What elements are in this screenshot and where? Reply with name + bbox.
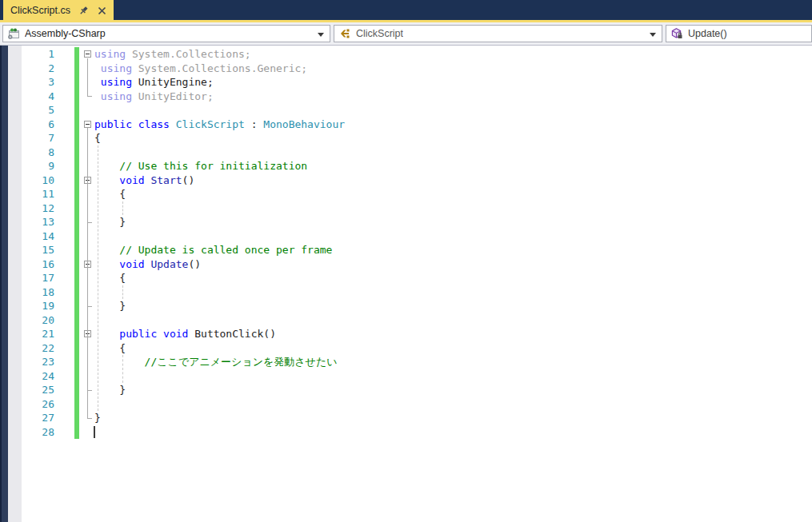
line-number: 5 <box>22 103 54 118</box>
line-number: 23 <box>22 355 54 369</box>
vs-editor-window: ClickScript.cs <box>0 0 812 522</box>
code-line[interactable]: } <box>94 411 812 425</box>
code-line[interactable]: } <box>94 215 812 229</box>
line-number: 15 <box>22 243 54 257</box>
line-number: 19 <box>22 299 54 313</box>
line-number: 17 <box>22 271 54 285</box>
line-number: 28 <box>22 425 54 440</box>
type-dropdown[interactable]: ClickScript <box>334 25 662 42</box>
code-line[interactable]: void Update() <box>94 257 812 272</box>
tab-strip: ClickScript.cs <box>0 0 812 20</box>
line-number: 7 <box>22 131 54 145</box>
code-line[interactable]: public class ClickScript : MonoBehaviour <box>94 118 812 132</box>
code-line[interactable]: } <box>94 299 812 313</box>
class-icon <box>338 27 351 40</box>
line-number: 13 <box>22 215 54 229</box>
line-number: 11 <box>22 187 54 201</box>
code-editor[interactable]: 1234567891011121314151617181920212223242… <box>0 46 812 522</box>
code-line[interactable] <box>94 229 812 244</box>
code-line[interactable] <box>94 285 812 300</box>
outline-end-bend <box>87 96 92 97</box>
fold-toggle-icon[interactable] <box>84 50 91 58</box>
line-number: 16 <box>22 257 54 272</box>
line-number: 18 <box>22 285 54 300</box>
method-private-icon <box>670 27 683 40</box>
code-line[interactable]: public void ButtonClick() <box>94 327 812 341</box>
code-line[interactable] <box>94 201 812 216</box>
member-dropdown-label: Update() <box>688 28 727 39</box>
outline-line <box>87 128 88 418</box>
code-line[interactable]: //ここでアニメーションを発動させたい <box>94 355 812 369</box>
line-number: 21 <box>22 327 54 341</box>
fold-toggle-icon[interactable] <box>84 121 91 128</box>
code-line[interactable]: // Update is called once per frame <box>94 243 812 257</box>
code-line[interactable]: using System.Collections; <box>94 47 812 62</box>
member-dropdown[interactable]: Update() <box>666 25 812 42</box>
line-number: 6 <box>22 118 54 132</box>
code-line[interactable] <box>94 397 812 412</box>
line-number: 27 <box>22 411 54 425</box>
code-line[interactable] <box>94 425 812 440</box>
code-line[interactable]: { <box>94 131 812 145</box>
pin-icon[interactable] <box>78 5 89 15</box>
code-line[interactable]: using System.Collections.Generic; <box>94 62 812 76</box>
outline-line <box>87 58 88 97</box>
code-line[interactable]: void Start() <box>94 173 812 188</box>
chevron-down-icon[interactable] <box>318 33 324 37</box>
line-number: 25 <box>22 383 54 397</box>
outline-fold-end-tick <box>87 222 92 223</box>
line-number: 10 <box>22 173 54 188</box>
project-dropdown-label: Assembly-CSharp <box>25 28 106 39</box>
code-line[interactable] <box>94 145 812 160</box>
code-line[interactable]: // Use this for initialization <box>94 159 812 173</box>
line-number: 14 <box>22 229 54 244</box>
code-line[interactable]: } <box>94 383 812 397</box>
code-line[interactable]: using UnityEngine; <box>94 75 812 90</box>
code-line[interactable] <box>94 313 812 328</box>
glyph-margin <box>8 46 22 522</box>
code-line[interactable]: { <box>94 187 812 201</box>
csharp-project-icon <box>7 27 20 40</box>
outline-fold-end-tick <box>87 390 92 391</box>
code-line[interactable]: { <box>94 341 812 356</box>
line-number: 3 <box>22 75 54 90</box>
code-line[interactable]: { <box>94 271 812 285</box>
close-icon[interactable] <box>97 5 107 15</box>
line-number: 22 <box>22 341 54 356</box>
type-dropdown-label: ClickScript <box>356 28 403 39</box>
tab-clickscript[interactable]: ClickScript.cs <box>3 0 114 20</box>
change-tracking-bar <box>74 47 79 439</box>
outline-end-bend <box>87 418 92 419</box>
line-number-margin: 1234567891011121314151617181920212223242… <box>22 47 54 439</box>
code-navigation-bar: Assembly-CSharp ClickScript <box>0 22 812 46</box>
outline-fold-end-tick <box>87 306 92 307</box>
code-lines: using System.Collections; using System.C… <box>94 47 812 439</box>
line-number: 9 <box>22 159 54 173</box>
code-line[interactable] <box>94 369 812 384</box>
code-line[interactable]: using UnityEditor; <box>94 90 812 104</box>
line-number: 4 <box>22 90 54 104</box>
project-dropdown[interactable]: Assembly-CSharp <box>2 25 330 42</box>
line-number: 20 <box>22 313 54 328</box>
line-number: 26 <box>22 397 54 412</box>
line-number: 12 <box>22 201 54 216</box>
code-line[interactable] <box>94 103 812 118</box>
editor-edge-strip <box>0 46 8 522</box>
line-number: 1 <box>22 47 54 62</box>
tab-title: ClickScript.cs <box>10 5 70 16</box>
line-number: 8 <box>22 145 54 160</box>
line-number: 2 <box>22 62 54 76</box>
chevron-down-icon[interactable] <box>650 33 656 37</box>
line-number: 24 <box>22 369 54 384</box>
